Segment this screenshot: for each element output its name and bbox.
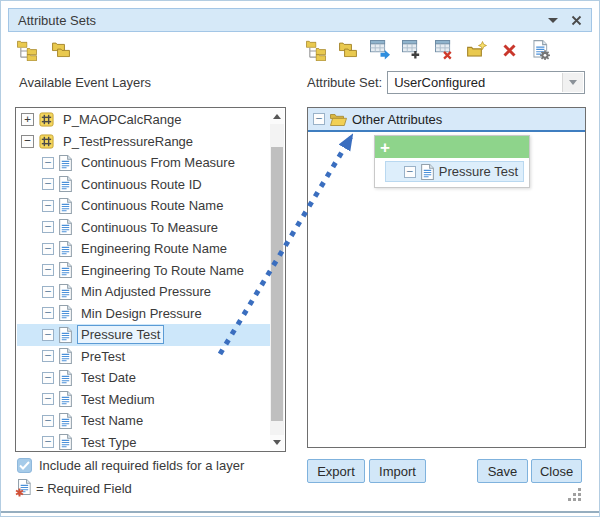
table-add-icon[interactable] <box>401 38 425 62</box>
other-attributes-header[interactable]: − Other Attributes <box>308 108 585 132</box>
tree-layer-label: P_TestPressureRange <box>59 132 197 151</box>
table-remove-icon[interactable] <box>433 38 457 62</box>
collapse-icon[interactable]: − <box>42 372 54 384</box>
triangle-down-icon <box>273 440 281 445</box>
tree-field-row[interactable]: − Continuous From Measure <box>17 152 270 174</box>
close-icon[interactable] <box>571 15 582 26</box>
tree-field-label: Engineering To Route Name <box>77 261 248 280</box>
collapse-icon: − <box>404 166 416 178</box>
required-field-legend: = Required Field <box>36 481 132 496</box>
dragged-item-row: − Pressure Test <box>385 161 524 182</box>
tree-field-row[interactable]: − Test Name <box>17 410 270 432</box>
collapse-dialog-icon[interactable] <box>548 18 558 23</box>
folders-icon[interactable] <box>49 38 73 62</box>
collapse-icon[interactable]: − <box>42 200 54 212</box>
collapse-icon[interactable]: − <box>42 264 54 276</box>
tree-field-label: PreTest <box>77 347 129 366</box>
attribute-set-dropdown[interactable]: UserConfigured <box>387 71 585 94</box>
attribute-set-value: UserConfigured <box>394 75 485 90</box>
field-document-icon <box>59 219 72 235</box>
scroll-up-button[interactable] <box>270 109 284 124</box>
collapse-icon[interactable]: − <box>42 157 54 169</box>
attribute-set-tree-icon[interactable] <box>304 38 328 62</box>
tree-field-label: Test Date <box>77 368 140 387</box>
resize-grip[interactable] <box>567 487 582 506</box>
open-folder-icon <box>330 113 347 126</box>
window-bottom-edge <box>1 511 599 513</box>
tree-field-row[interactable]: − Continuous Route Name <box>17 195 270 217</box>
tree-field-row[interactable]: − Test Date <box>17 367 270 389</box>
available-event-layers-label: Available Event Layers <box>19 75 151 90</box>
tree-layer-row[interactable]: − P_TestPressureRange <box>17 131 270 153</box>
collapse-icon[interactable]: − <box>42 350 54 362</box>
collapse-icon[interactable]: − <box>42 415 54 427</box>
folders-icon[interactable] <box>336 38 360 62</box>
collapse-icon[interactable]: − <box>42 286 54 298</box>
available-event-layers-panel: + P_MAOPCalcRange − <box>15 107 286 452</box>
field-document-icon <box>59 241 72 257</box>
close-button[interactable]: Close <box>531 459 582 483</box>
field-document-icon <box>59 176 72 192</box>
collapse-icon[interactable]: − <box>21 135 34 148</box>
tree-field-label: Engineering Route Name <box>77 239 231 258</box>
event-layer-tree: + P_MAOPCalcRange − <box>17 109 270 450</box>
tree-field-row[interactable]: − Engineering To Route Name <box>17 260 270 282</box>
tree-field-label: Min Adjusted Pressure <box>77 282 215 301</box>
group-label: Other Attributes <box>352 112 442 127</box>
title-bar: Attribute Sets <box>8 8 592 32</box>
tree-field-row[interactable]: − Min Adjusted Pressure <box>17 281 270 303</box>
attribute-sets-dialog: Attribute Sets <box>0 0 600 517</box>
tree-field-row[interactable]: − Test Medium <box>17 389 270 411</box>
field-document-icon <box>59 305 72 321</box>
tree-field-row[interactable]: − Engineering Route Name <box>17 238 270 260</box>
plus-icon: + <box>380 139 390 156</box>
collapse-icon[interactable]: − <box>42 329 54 341</box>
field-document-icon <box>59 413 72 429</box>
tree-field-row[interactable]: − Test Type <box>17 432 270 451</box>
collapse-icon[interactable]: − <box>42 243 54 255</box>
tree-field-row[interactable]: − Pressure Test <box>17 324 270 346</box>
expand-icon[interactable]: + <box>21 113 34 126</box>
dragged-item-label: Pressure Test <box>439 164 518 179</box>
collapse-icon[interactable]: − <box>42 436 54 448</box>
collapse-icon[interactable]: − <box>42 393 54 405</box>
dropdown-arrow-button[interactable] <box>562 73 583 92</box>
tree-field-label: Test Medium <box>77 390 159 409</box>
tree-field-label: Continuous From Measure <box>77 153 239 172</box>
scroll-down-button[interactable] <box>270 435 284 450</box>
field-document-icon <box>59 198 72 214</box>
tree-field-label: Min Design Pressure <box>77 304 206 323</box>
new-folder-icon[interactable] <box>465 38 489 62</box>
scrollbar-thumb[interactable] <box>271 147 283 421</box>
tree-layer-row[interactable]: + P_MAOPCalcRange <box>17 109 270 131</box>
tree-field-row[interactable]: − Continuous To Measure <box>17 217 270 239</box>
tree-field-row[interactable]: − PreTest <box>17 346 270 368</box>
collapse-icon[interactable]: − <box>42 307 54 319</box>
import-button[interactable]: Import <box>369 459 426 483</box>
field-document-icon <box>59 391 72 407</box>
tree-field-row[interactable]: − Continuous Route ID <box>17 174 270 196</box>
export-button[interactable]: Export <box>307 459 365 483</box>
tree-field-row[interactable]: − Min Design Pressure <box>17 303 270 325</box>
attribute-set-panel: − Other Attributes + − Pressure Test <box>307 107 586 448</box>
drag-preview: + − Pressure Test <box>374 135 530 188</box>
delete-icon[interactable] <box>498 38 522 62</box>
include-required-fields-checkbox[interactable] <box>17 458 32 473</box>
save-button[interactable]: Save <box>477 459 528 483</box>
tree-field-label: Continuous To Measure <box>77 218 222 237</box>
tree-field-label: Continuous Route Name <box>77 196 227 215</box>
dialog-title: Attribute Sets <box>18 13 548 28</box>
table-export-icon[interactable] <box>369 38 393 62</box>
collapse-icon[interactable]: − <box>42 221 54 233</box>
attribute-set-tree-icon[interactable] <box>15 38 39 62</box>
collapse-icon[interactable]: − <box>42 178 54 190</box>
collapse-icon[interactable]: − <box>313 113 325 125</box>
field-document-icon <box>59 155 72 171</box>
attribute-set-label: Attribute Set: <box>307 75 382 90</box>
toolbar-right <box>304 38 554 62</box>
field-document-icon <box>59 348 72 364</box>
vertical-scrollbar[interactable] <box>270 109 284 450</box>
tree-field-label: Test Name <box>77 411 147 430</box>
document-settings-icon[interactable] <box>530 38 554 62</box>
field-document-icon <box>59 370 72 386</box>
